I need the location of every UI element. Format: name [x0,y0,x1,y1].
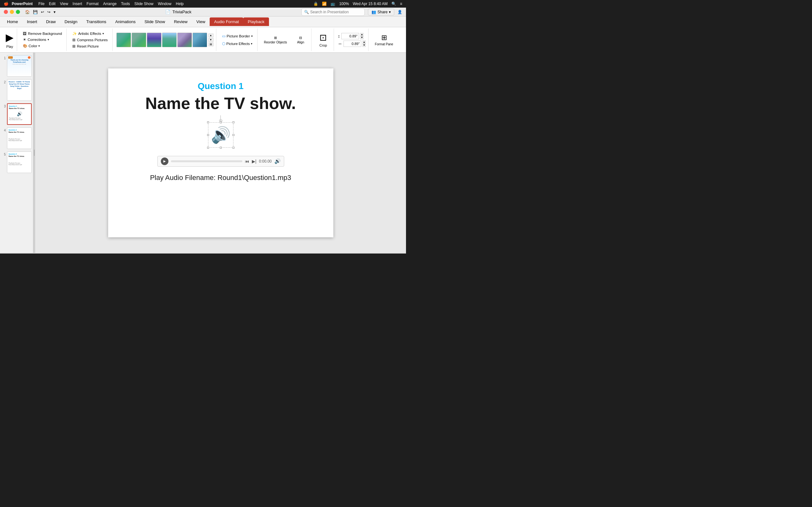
resize-ml[interactable] [207,134,209,136]
picture-effects-dropdown[interactable]: ▾ [251,42,252,45]
slide-thumb-3[interactable]: ★ Question 1 Name the TV show. 🔊 Play Au… [7,103,32,125]
picture-style-4[interactable] [162,33,177,47]
artistic-effects-button[interactable]: ✨ Artistic Effects ▾ [70,31,109,37]
menu-slideshow[interactable]: Slide Show [135,2,154,6]
slide-thumb-4[interactable]: Question 2 Name the TV show. Play Audio … [7,127,32,149]
search-system-icon[interactable]: 🔍 [392,2,396,6]
crop-button[interactable]: ⊡ Crop [315,31,331,49]
menu-insert[interactable]: Insert [72,2,82,6]
menu-window[interactable]: Window [158,2,171,6]
picture-style-5[interactable] [177,33,192,47]
slide-item-3[interactable]: 3 ★ Question 1 Name the TV show. 🔊 Play … [1,103,32,125]
share-button[interactable]: 👥 Share ▾ [368,9,394,15]
menu-edit[interactable]: Edit [49,2,55,6]
resize-tm[interactable] [220,121,222,123]
menu-tools[interactable]: Tools [121,2,130,6]
align-button[interactable]: ⊟ Align [293,35,309,45]
reset-picture-button[interactable]: ⊞ Reset Picture [70,43,109,49]
height-input[interactable] [341,33,359,39]
tab-playback[interactable]: Playback [243,17,269,26]
remove-background-button[interactable]: 🖼 Remove Background [21,31,64,36]
picture-style-3[interactable] [147,33,161,47]
resize-bm[interactable] [220,147,222,149]
audio-progress-bar[interactable] [171,160,242,162]
slide-thumb-2[interactable]: Round 1 - AUDIO: TV Theme Song Fun (TV S… [7,79,32,101]
reset-icon: ⊞ [72,44,75,49]
audio-play-button[interactable]: ▶ [161,158,168,165]
tab-view[interactable]: View [192,17,210,26]
control-center-icon[interactable]: ≡ [400,2,402,6]
tab-draw[interactable]: Draw [42,17,60,26]
tab-slideshow[interactable]: Slide Show [140,17,169,26]
resize-mr[interactable] [233,134,235,136]
corrections-dropdown[interactable]: ▾ [48,38,49,41]
style-scroll-up[interactable]: ▲ [208,34,213,38]
audio-volume-icon[interactable]: 🔊 [274,158,281,164]
color-dropdown[interactable]: ▾ [38,44,40,48]
style-scroll-down[interactable]: ▼ [208,38,213,42]
redo-icon[interactable]: ↪ [47,10,50,14]
slide-thumb-1[interactable]: Trivia 10 Thank you for choosing TriviaP… [7,55,32,77]
format-pane-button[interactable]: ⊞ Format Pane [372,32,396,47]
menu-view[interactable]: View [60,2,68,6]
menu-file[interactable]: File [38,2,44,6]
slide-item-5[interactable]: 5 Question 3 Name the TV show. Play Audi… [1,152,32,173]
slide-panel: 1 Trivia 10 Thank you for choosing Trivi… [0,53,33,253]
maximize-button[interactable] [16,10,20,14]
slide-canvas[interactable]: Question 1 Name the TV show. ↻ [108,68,334,237]
slide-thumb-5[interactable]: Question 3 Name the TV show. Play Audio … [7,152,32,173]
share-icon: 👥 [371,10,376,14]
resize-tl[interactable] [207,121,209,123]
picture-style-2[interactable] [132,33,146,47]
tab-audio-format[interactable]: Audio Format [210,17,243,26]
width-up[interactable]: ▲ [362,41,366,44]
customize-icon[interactable]: ▾ [54,10,55,14]
style-scroll-more[interactable]: ▤ [208,43,213,46]
search-box[interactable]: 🔍 [301,8,365,16]
close-button[interactable] [4,10,8,14]
undo-icon[interactable]: ↩ [41,10,44,14]
user-avatar[interactable]: 👤 [397,10,402,14]
picture-border-button[interactable]: ▭ Picture Border ▾ [220,33,255,39]
resize-br[interactable] [233,147,235,149]
tab-transitions[interactable]: Transitions [82,17,111,26]
slide-item-4[interactable]: 4 Question 2 Name the TV show. Play Audi… [1,127,32,149]
picture-style-1[interactable] [116,33,131,47]
save-icon[interactable]: 💾 [33,10,38,14]
picture-border-icon: ▭ [222,34,225,38]
tab-design[interactable]: Design [60,17,82,26]
tab-home[interactable]: Home [3,17,22,26]
resize-tr[interactable] [233,121,235,123]
audio-back-button[interactable]: ⏮ [245,159,249,164]
notes-area[interactable]: Click to add notes [0,253,406,253]
search-input[interactable] [310,10,362,14]
menu-format[interactable]: Format [87,2,99,6]
color-button[interactable]: 🎨 Color ▾ [21,43,64,49]
tab-insert[interactable]: Insert [22,17,42,26]
apple-icon[interactable]: 🍎 [4,2,9,6]
compress-pictures-button[interactable]: ⊞ Compress Pictures [70,37,109,43]
resize-bl[interactable] [207,147,209,149]
minimize-button[interactable] [10,10,14,14]
menu-help[interactable]: Help [176,2,184,6]
audio-player[interactable]: ▶ ⏮ ▶| 0:00.00 🔊 [157,156,284,167]
menu-arrange[interactable]: Arrange [103,2,117,6]
reorder-objects-button[interactable]: ⊞ Reorder Objects [261,35,290,45]
picture-effects-button[interactable]: ⬡ Picture Effects ▾ [220,41,255,47]
picture-style-6[interactable] [193,33,207,47]
artistic-dropdown[interactable]: ▾ [102,32,104,35]
audio-forward-button[interactable]: ▶| [252,159,257,164]
tab-animations[interactable]: Animations [111,17,140,26]
picture-border-dropdown[interactable]: ▾ [251,35,253,38]
width-down[interactable]: ▼ [362,44,366,47]
corrections-button[interactable]: ☀ Corrections ▾ [21,37,64,43]
slide-item-2[interactable]: 2 Round 1 - AUDIO: TV Theme Song Fun (TV… [1,79,32,101]
play-button[interactable]: ▶ [6,32,14,43]
audio-element[interactable]: ↻ 🔊 [208,122,234,148]
slide-item-1[interactable]: 1 Trivia 10 Thank you for choosing Trivi… [1,55,32,77]
home-icon[interactable]: 🏠 [25,10,30,14]
height-up[interactable]: ▲ [360,33,363,36]
tab-review[interactable]: Review [169,17,192,26]
height-down[interactable]: ▼ [360,36,363,39]
width-input[interactable] [344,41,361,47]
